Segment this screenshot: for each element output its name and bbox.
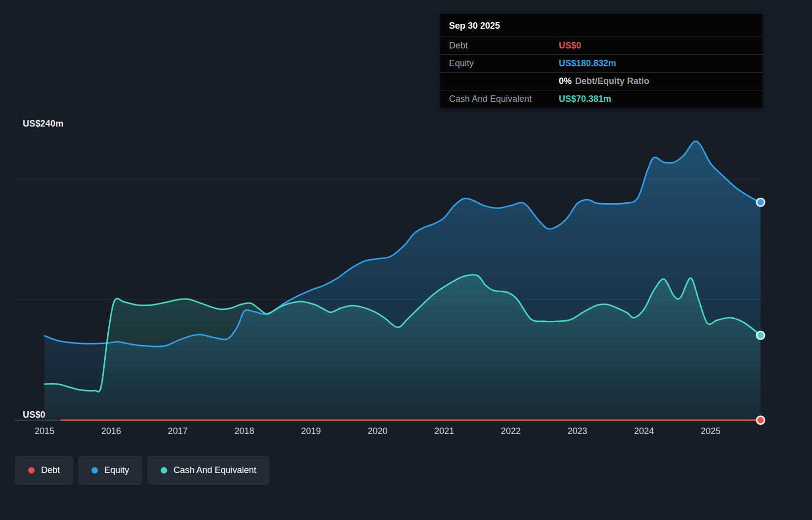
x-axis-label: 2018 <box>234 426 254 436</box>
legend-item-equity-label: Equity <box>104 465 129 476</box>
tooltip-cash-value: US$70.381m <box>559 94 611 104</box>
x-axis-label: 2023 <box>568 426 587 436</box>
tooltip-date: Sep 30 2025 <box>440 14 763 37</box>
tooltip-debt-value: US$0 <box>559 41 581 51</box>
tooltip-ratio-text: Debt/Equity Ratio <box>575 76 649 86</box>
y-axis-label-zero: US$0 <box>23 410 45 420</box>
legend-item-cash-label: Cash And Equivalent <box>174 465 256 476</box>
equity-end-marker <box>757 198 765 206</box>
x-axis: 2015201620172018201920202021202220232024… <box>0 426 812 441</box>
tooltip-equity-label: Equity <box>449 58 559 69</box>
cash-legend-dot-icon <box>161 467 167 474</box>
tooltip-cash-row: Cash And Equivalent US$70.381m <box>440 90 763 108</box>
debt-end-marker <box>757 416 765 424</box>
tooltip-debt-row: Debt US$0 <box>440 37 763 54</box>
tooltip-cash-label: Cash And Equivalent <box>449 94 559 104</box>
x-axis-label: 2020 <box>367 426 387 436</box>
y-axis-label-max: US$240m <box>23 119 63 129</box>
chart-legend: Debt Equity Cash And Equivalent <box>15 456 270 485</box>
x-axis-label: 2019 <box>301 426 321 436</box>
cash-end-marker <box>757 331 765 339</box>
x-axis-label: 2015 <box>35 426 54 436</box>
x-axis-label: 2017 <box>168 426 187 436</box>
legend-item-cash[interactable]: Cash And Equivalent <box>147 456 270 485</box>
chart-tooltip: Sep 30 2025 Debt US$0 Equity US$180.832m… <box>440 14 763 108</box>
legend-item-equity[interactable]: Equity <box>78 456 142 485</box>
tooltip-ratio-value: 0% <box>559 76 572 86</box>
x-axis-label: 2022 <box>501 426 521 436</box>
legend-item-debt-label: Debt <box>41 465 60 476</box>
tooltip-equity-row: Equity US$180.832m <box>440 54 763 72</box>
equity-legend-dot-icon <box>91 467 98 474</box>
x-axis-label: 2016 <box>101 426 121 436</box>
x-axis-label: 2024 <box>634 426 654 436</box>
legend-item-debt[interactable]: Debt <box>15 456 73 485</box>
tooltip-debt-label: Debt <box>449 41 559 51</box>
x-axis-label: 2021 <box>434 426 454 436</box>
x-axis-label: 2025 <box>701 426 721 436</box>
tooltip-ratio-row: 0%Debt/Equity Ratio <box>440 72 763 90</box>
tooltip-equity-value: US$180.832m <box>559 58 616 69</box>
debt-legend-dot-icon <box>28 467 35 474</box>
